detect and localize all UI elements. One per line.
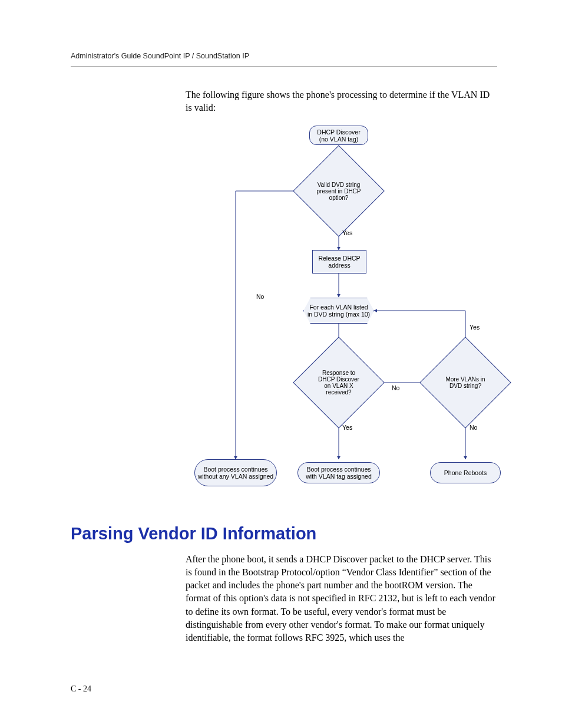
section-heading: Parsing Vendor ID Information: [71, 524, 497, 543]
label-yes-2: Yes: [342, 424, 352, 431]
flow-terminal-reboot: Phone Reboots: [430, 462, 501, 483]
flow-decision-valid-dvd-label: Valid DVD string present in DHCP option?: [306, 159, 371, 223]
label-no-2: No: [392, 384, 399, 391]
running-header: Administrator's Guide SoundPoint IP / So…: [71, 52, 497, 66]
flow-decision-response-label: Response to DHCP Discover on VLAN X rece…: [306, 350, 371, 415]
flow-decision-more-vlans: More VLANs in DVD string?: [433, 350, 498, 415]
label-yes-1: Yes: [342, 229, 352, 236]
flow-decision-response: Response to DHCP Discover on VLAN X rece…: [306, 350, 371, 415]
flow-start: DHCP Discover (no VLAN tag): [309, 126, 368, 145]
flow-decision-more-vlans-label: More VLANs in DVD string?: [433, 350, 498, 415]
label-no-1: No: [256, 293, 264, 300]
header-rule: [71, 66, 497, 67]
flow-process-release: Release DHCP address: [312, 250, 366, 274]
label-yes-3: Yes: [470, 324, 480, 331]
flowchart: DHCP Discover (no VLAN tag) Valid DVD st…: [186, 123, 562, 500]
label-no-3: No: [470, 424, 477, 431]
flow-loop-vlan: For each VLAN listed in DVD string (max …: [303, 298, 374, 324]
flow-terminal-no-vlan: Boot process continues without any VLAN …: [194, 459, 277, 486]
page-number: C - 24: [71, 684, 91, 694]
section-body: After the phone boot, it sends a DHCP Di…: [186, 553, 497, 644]
figure-intro: The following figure shows the phone's p…: [186, 88, 497, 114]
flow-terminal-vlan-assigned: Boot process continues with VLAN tag ass…: [297, 462, 380, 483]
flow-decision-valid-dvd: Valid DVD string present in DHCP option?: [306, 159, 371, 223]
